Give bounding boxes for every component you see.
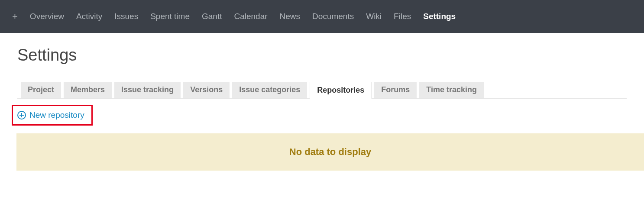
- tab-issue-categories[interactable]: Issue categories: [232, 82, 307, 98]
- tab-repositories[interactable]: Repositories: [310, 82, 372, 99]
- nav-news[interactable]: News: [280, 12, 301, 21]
- plus-icon[interactable]: +: [12, 11, 18, 22]
- top-nav: + Overview Activity Issues Spent time Ga…: [0, 0, 644, 33]
- nav-files[interactable]: Files: [394, 12, 411, 21]
- empty-banner: No data to display: [16, 133, 644, 171]
- new-repository-link[interactable]: New repository: [12, 105, 93, 126]
- nav-activity[interactable]: Activity: [76, 12, 102, 21]
- page-title: Settings: [17, 46, 627, 65]
- nav-spent-time[interactable]: Spent time: [150, 12, 190, 21]
- action-row: New repository: [12, 105, 627, 126]
- nav-gantt[interactable]: Gantt: [202, 12, 222, 21]
- tab-project[interactable]: Project: [21, 82, 61, 98]
- content: Settings Project Members Issue tracking …: [0, 33, 644, 179]
- tab-versions[interactable]: Versions: [183, 82, 230, 98]
- nav-documents[interactable]: Documents: [312, 12, 354, 21]
- nav-calendar[interactable]: Calendar: [234, 12, 267, 21]
- settings-tabs: Project Members Issue tracking Versions …: [17, 82, 627, 99]
- tab-members[interactable]: Members: [64, 82, 112, 98]
- nav-settings[interactable]: Settings: [423, 12, 456, 21]
- nav-overview[interactable]: Overview: [30, 12, 64, 21]
- nav-issues[interactable]: Issues: [114, 12, 138, 21]
- tab-issue-tracking[interactable]: Issue tracking: [114, 82, 181, 98]
- plus-circle-icon: [17, 111, 26, 120]
- tab-forums[interactable]: Forums: [374, 82, 417, 98]
- tab-time-tracking[interactable]: Time tracking: [419, 82, 484, 98]
- new-repository-label: New repository: [29, 110, 84, 120]
- nav-wiki[interactable]: Wiki: [366, 12, 382, 21]
